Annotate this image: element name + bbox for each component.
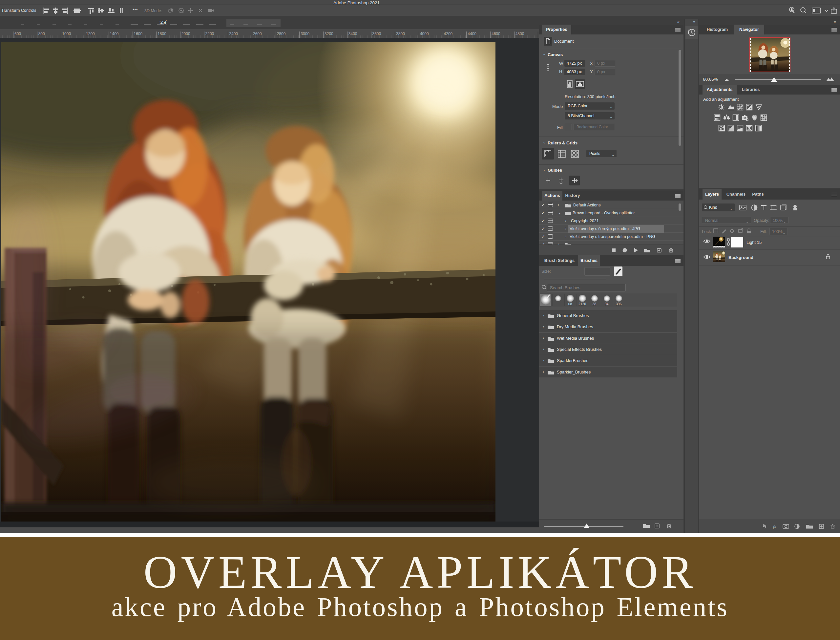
svg-text:fx: fx — [773, 524, 776, 529]
